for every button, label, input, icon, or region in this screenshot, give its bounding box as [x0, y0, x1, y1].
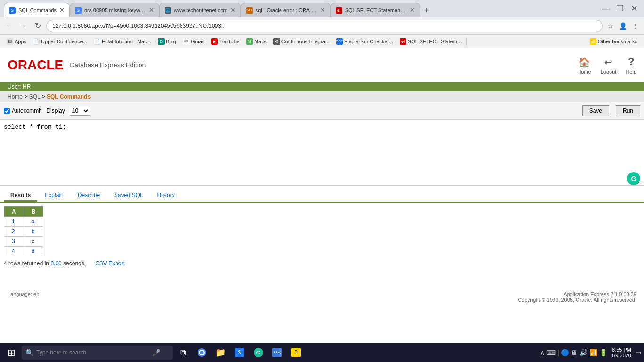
footer-row: Language: en Application Express 2.1.0.0… — [8, 291, 636, 297]
page-footer: Language: en Application Express 2.1.0.0… — [0, 289, 644, 304]
tab-history[interactable]: History — [150, 190, 181, 202]
profile-icon[interactable]: 👤 — [618, 21, 628, 31]
new-tab-button[interactable]: + — [420, 4, 433, 17]
bookmark-continuous[interactable]: ⚙ Continuous Integra... — [271, 37, 332, 46]
start-button[interactable]: ⊞ — [3, 344, 20, 361]
taskbar: ⊞ 🔍 🎤 ⧉ 📁 S G VS P ∧ ⌨ — [0, 343, 644, 362]
other-bookmarks-icon: 📁 — [590, 38, 596, 45]
battery-icon[interactable]: 🔋 — [599, 349, 607, 356]
microphone-icon[interactable]: 🎤 — [152, 349, 160, 356]
footer-version: Application Express 2.1.0.00.39 — [563, 291, 636, 297]
browser-tab-1[interactable]: S SQL Commands ✕ — [4, 3, 70, 17]
display-select[interactable]: 10 25 50 100 — [70, 106, 90, 116]
breadcrumb-sql[interactable]: SQL — [29, 93, 41, 100]
tab-close-1[interactable]: ✕ — [59, 7, 65, 14]
tab-close-4[interactable]: ✕ — [320, 7, 325, 14]
bookmark-gmail[interactable]: ✉ Gmail — [180, 37, 207, 46]
search-input[interactable] — [36, 349, 149, 356]
time-value: 0.00 — [50, 260, 61, 267]
wifi-icon[interactable]: 📶 — [589, 349, 597, 356]
chrome-icon[interactable] — [193, 344, 210, 361]
logout-action[interactable]: ↩ Logout — [601, 57, 617, 74]
rows-text: 4 rows returned in — [4, 260, 49, 267]
table-row: 1 a — [4, 217, 43, 227]
csv-export-link[interactable]: CSV Export — [95, 260, 125, 267]
app-icon-6[interactable]: VS — [269, 344, 286, 361]
browser-title-bar: S SQL Commands ✕ G ora 00905 missing key… — [0, 0, 644, 17]
bookmark-upper-confidence[interactable]: 📄 Upper Confidence... — [30, 37, 90, 46]
taskbar-icons: ⧉ 📁 S G VS P — [174, 344, 305, 361]
bookmark-bing[interactable]: B Bing — [155, 37, 179, 46]
bookmark-sql-select[interactable]: e! SQL SELECT Statem... — [397, 37, 464, 46]
network-icon[interactable]: 🖥 — [571, 349, 578, 356]
forward-button[interactable]: → — [18, 20, 29, 32]
app-icon-7[interactable]: P — [288, 344, 305, 361]
bookmark-plagiarism[interactable]: SST Plagiarism Checker... — [333, 37, 396, 46]
tab-title-5: SQL SELECT Statement | SQL S... — [345, 8, 407, 13]
menu-icon[interactable]: ⋮ — [630, 21, 640, 31]
taskbar-sep: | — [558, 349, 560, 356]
browser-tab-2[interactable]: G ora 00905 missing keyword - C... ✕ — [70, 3, 159, 17]
close-button[interactable]: ✕ — [628, 3, 640, 14]
tab-describe[interactable]: Describe — [71, 190, 107, 202]
breadcrumb-active: SQL Commands — [47, 93, 91, 100]
app-icon-4[interactable]: S — [231, 344, 248, 361]
breadcrumb-home[interactable]: Home — [8, 93, 23, 100]
browser-tab-3[interactable]: 🌐 www.techonthenet.com ✕ — [159, 3, 241, 17]
bluetooth-icon[interactable]: 🔵 — [561, 349, 569, 356]
bookmarks-bar: ⊞ Apps 📄 Upper Confidence... 📄 Eclat Int… — [0, 35, 644, 48]
save-button[interactable]: Save — [582, 105, 609, 116]
col-header-b: B — [24, 207, 43, 217]
show-desktop-icon[interactable]: ▭ — [635, 349, 641, 356]
autocommit-label[interactable]: Autocommit — [4, 107, 41, 114]
display-label: Display — [46, 107, 65, 114]
autocommit-checkbox[interactable] — [4, 108, 10, 114]
bookmark-youtube[interactable]: ▶ YouTube — [208, 37, 242, 46]
app-icon-5[interactable]: G — [250, 344, 267, 361]
taskbar-time[interactable]: 8:55 PM 1/9/2020 — [611, 347, 631, 358]
upper-confidence-icon: 📄 — [33, 38, 40, 45]
help-action[interactable]: ? Help — [626, 56, 636, 74]
address-icons: ☆ 👤 ⋮ — [605, 21, 640, 31]
home-action[interactable]: 🏠 Home — [577, 57, 591, 74]
expand-tray-icon[interactable]: ∧ — [540, 349, 545, 356]
browser-tab-4[interactable]: SO sql - Oracle error : ORA-00905... ✕ — [241, 3, 330, 17]
bookmark-maps[interactable]: M Maps — [243, 37, 270, 46]
table-row: 4 d — [4, 247, 43, 256]
back-button[interactable]: ← — [4, 20, 15, 32]
user-bar: User: HR — [0, 82, 644, 91]
tab-close-5[interactable]: ✕ — [410, 7, 415, 14]
bookmark-star-icon[interactable]: ☆ — [605, 21, 616, 31]
tab-close-3[interactable]: ✕ — [231, 7, 236, 14]
results-table: A B 1 a 2 b 3 c 4 d — [4, 206, 43, 256]
bookmark-eclat[interactable]: 📄 Eclat Intuition | Mac... — [91, 37, 154, 46]
taskbar-search[interactable]: 🔍 🎤 — [22, 346, 173, 360]
keyboard-icon[interactable]: ⌨ — [546, 349, 556, 356]
results-area: A B 1 a 2 b 3 c 4 d — [0, 203, 644, 271]
oracle-header: ORACLE Database Express Edition 🏠 Home ↩… — [0, 48, 644, 82]
maximize-button[interactable]: ❐ — [614, 3, 626, 14]
address-input[interactable] — [46, 20, 603, 32]
grammarly-icon: G — [627, 172, 640, 185]
refresh-button[interactable]: ↻ — [32, 20, 43, 32]
volume-icon[interactable]: 🔊 — [579, 349, 587, 356]
tab-saved-sql[interactable]: Saved SQL — [107, 190, 149, 202]
tab-results[interactable]: Results — [4, 190, 37, 202]
other-bookmarks[interactable]: 📁 Other bookmarks — [587, 37, 640, 46]
taskview-icon[interactable]: ⧉ — [174, 344, 191, 361]
tab-close-2[interactable]: ✕ — [149, 7, 154, 14]
tab-favicon-5: e! — [336, 7, 342, 14]
run-button[interactable]: Run — [616, 105, 640, 116]
bookmark-apps[interactable]: ⊞ Apps — [4, 37, 29, 46]
help-icon: ? — [628, 56, 634, 68]
minimize-button[interactable]: — — [600, 4, 612, 14]
sql-editor[interactable]: select * from t1; — [0, 120, 644, 186]
browser-tab-5[interactable]: e! SQL SELECT Statement | SQL S... ✕ — [330, 3, 420, 17]
taskbar-right: ∧ ⌨ | 🔵 🖥 🔊 📶 🔋 8:55 PM 1/9/2020 ▭ — [540, 347, 641, 358]
system-icons: ∧ ⌨ | 🔵 🖥 🔊 📶 🔋 — [540, 349, 608, 356]
breadcrumb: Home > SQL > SQL Commands — [0, 91, 644, 102]
tab-explain[interactable]: Explain — [38, 190, 70, 202]
logout-icon: ↩ — [604, 57, 612, 68]
tab-title-4: sql - Oracle error : ORA-00905... — [256, 8, 317, 13]
files-icon[interactable]: 📁 — [212, 344, 229, 361]
